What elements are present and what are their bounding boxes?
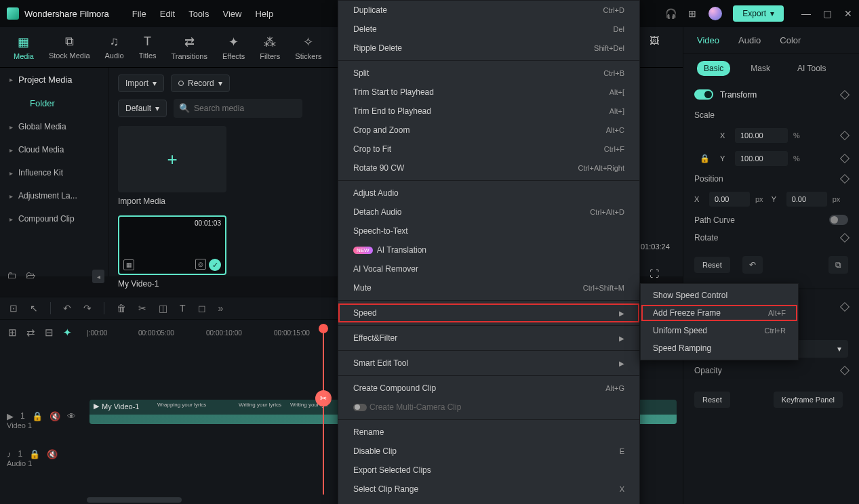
mute-icon[interactable]: 🔇 — [49, 411, 60, 421]
menu-rename[interactable]: Rename — [338, 423, 639, 442]
search-input[interactable] — [174, 99, 302, 118]
nav-stickers[interactable]: ✧Stickers — [295, 35, 321, 60]
menu-file[interactable]: File — [132, 9, 146, 19]
keyframe-icon[interactable] — [840, 366, 850, 375]
sidebar-adjustment[interactable]: ▸Adjustment La... — [0, 184, 108, 207]
import-dropdown[interactable]: Import▾ — [118, 75, 164, 92]
playhead-cut-icon[interactable]: ✂ — [315, 390, 332, 406]
export-button[interactable]: Export ▾ — [733, 5, 784, 22]
clip-tile[interactable]: 00:01:03 ▦ ◎ ✓ — [118, 215, 226, 275]
nav-filters[interactable]: ⁂Filters — [260, 35, 280, 60]
sidebar-influence-kit[interactable]: ▸Influence Kit — [0, 161, 108, 184]
scale-x-input[interactable] — [735, 128, 788, 143]
keyframe-icon[interactable] — [840, 301, 850, 311]
submenu-speed-ramping[interactable]: Speed Ramping — [641, 339, 798, 357]
image-icon[interactable]: 🖼 — [650, 35, 659, 46]
default-dropdown[interactable]: Default▾ — [118, 100, 167, 117]
scale-y-input[interactable] — [735, 151, 788, 166]
keyframe-panel-button[interactable]: Keyframe Panel — [774, 392, 843, 408]
nav-titles[interactable]: TTitles — [139, 35, 157, 60]
menu-crop-to-fit[interactable]: Crop to FitCtrl+F — [338, 140, 639, 159]
minimize-button[interactable]: — — [801, 8, 811, 19]
folder-up-icon[interactable]: 🗁 — [26, 270, 35, 280]
menu-locate-in-the-resource-panel[interactable]: Locate in the Resource Panel — [338, 499, 639, 504]
menu-mute[interactable]: MuteCtrl+Shift+M — [338, 278, 639, 297]
record-dropdown[interactable]: Record▾ — [171, 75, 230, 92]
tab-audio[interactable]: Audio — [738, 35, 761, 45]
menu-select-clip-range[interactable]: Select Clip RangeX — [338, 480, 639, 499]
auto-icon[interactable]: ✦ — [63, 327, 72, 339]
reset-button[interactable]: Reset — [694, 257, 730, 273]
menu-export-selected-clips[interactable]: Export Selected Clips — [338, 461, 639, 480]
menu-duplicate[interactable]: DuplicateCtrl+D — [338, 1, 639, 20]
ai-orb-icon[interactable] — [708, 7, 722, 20]
menu-detach-audio[interactable]: Detach AudioCtrl+Alt+D — [338, 203, 639, 222]
sidebar-compound[interactable]: ▸Compound Clip — [0, 207, 108, 230]
sidebar-folder[interactable]: Folder — [0, 91, 108, 115]
nav-effects[interactable]: ✦Effects — [222, 35, 245, 60]
sidebar-cloud-media[interactable]: ▸Cloud Media — [0, 138, 108, 161]
redo-icon[interactable]: ↷ — [83, 303, 92, 314]
cursor-icon[interactable]: ↖ — [30, 303, 38, 314]
submenu-show-speed-control[interactable]: Show Speed Control — [641, 287, 798, 304]
submenu-uniform-speed[interactable]: Uniform SpeedCtrl+R — [641, 322, 798, 339]
keyframe-icon[interactable] — [840, 131, 850, 140]
subtab-basic[interactable]: Basic — [697, 61, 730, 76]
sidebar-global-media[interactable]: ▸Global Media — [0, 115, 108, 138]
nav-audio[interactable]: ♫Audio — [105, 35, 124, 60]
keyframe-icon[interactable] — [840, 174, 850, 184]
folder-add-icon[interactable]: 🗀 — [7, 270, 16, 280]
mute-icon[interactable]: 🔇 — [47, 449, 58, 459]
pos-y-input[interactable] — [786, 192, 827, 207]
nav-transitions[interactable]: ⇄Transitions — [172, 35, 207, 60]
menu-create-compound-clip[interactable]: Create Compound ClipAlt+G — [338, 379, 639, 398]
menu-crop-and-zoom[interactable]: Crop and ZoomAlt+C — [338, 121, 639, 140]
import-media-tile[interactable]: + — [118, 126, 226, 192]
link-icon[interactable]: ⇄ — [26, 327, 35, 339]
menu-ripple-delete[interactable]: Ripple DeleteShift+Del — [338, 39, 639, 58]
headphones-icon[interactable]: 🎧 — [665, 8, 676, 19]
menu-speed[interactable]: Speed▶ — [338, 303, 639, 322]
lock-icon[interactable]: 🔒 — [32, 411, 43, 421]
reset-button[interactable]: Reset — [694, 392, 730, 408]
subtab-mask[interactable]: Mask — [744, 61, 777, 76]
menu-ai-translation[interactable]: NEWAI Translation — [338, 240, 639, 259]
menu-disable-clip[interactable]: Disable ClipE — [338, 442, 639, 461]
submenu-add-freeze-frame[interactable]: Add Freeze FrameAlt+F — [641, 304, 798, 322]
menu-smart-edit-tool[interactable]: Smart Edit Tool▶ — [338, 354, 639, 373]
menu-trim-start-to-playhead[interactable]: Trim Start to PlayheadAlt+[ — [338, 83, 639, 102]
transform-toggle[interactable] — [694, 89, 713, 100]
marker-icon[interactable]: ◻ — [198, 303, 206, 314]
close-button[interactable]: ✕ — [844, 8, 852, 19]
keyframe-icon[interactable] — [840, 89, 850, 99]
magnet-icon[interactable]: ⊡ — [9, 303, 18, 314]
fullscreen-icon[interactable]: ⛶ — [650, 268, 659, 279]
menu-ai-vocal-remover[interactable]: AI Vocal Remover — [338, 259, 639, 278]
menu-tools[interactable]: Tools — [188, 9, 209, 19]
menu-view[interactable]: View — [222, 9, 241, 19]
link-icon[interactable]: 🔒 — [694, 154, 715, 163]
undo-icon[interactable]: ↶ — [742, 256, 763, 274]
text-icon[interactable]: T — [180, 303, 186, 314]
menu-effect-filter[interactable]: Effect&Filter▶ — [338, 329, 639, 348]
menu-trim-end-to-playhead[interactable]: Trim End to PlayheadAlt+] — [338, 102, 639, 121]
menu-split[interactable]: SplitCtrl+B — [338, 64, 639, 83]
add-track-icon[interactable]: ⊞ — [8, 327, 17, 339]
pos-x-input[interactable] — [709, 192, 750, 207]
collapse-sidebar[interactable]: ◂ — [92, 270, 104, 283]
sidebar-header[interactable]: ▸Project Media — [0, 68, 108, 91]
undo-icon[interactable]: ↶ — [63, 303, 71, 314]
menu-speech-to-text[interactable]: Speech-to-Text — [338, 222, 639, 240]
keyframe-icon[interactable] — [840, 233, 850, 243]
more-icon[interactable]: » — [218, 303, 224, 314]
keyframe-icon[interactable] — [840, 154, 850, 163]
nav-stock-media[interactable]: ⧉Stock Media — [49, 35, 90, 60]
delete-icon[interactable]: 🗑 — [117, 303, 126, 314]
menu-rotate-cw[interactable]: Rotate 90 CWCtrl+Alt+Right — [338, 159, 639, 177]
menu-edit[interactable]: Edit — [160, 9, 175, 19]
maximize-button[interactable]: ▢ — [823, 8, 832, 19]
copy-icon[interactable]: ⧉ — [828, 256, 848, 274]
menu-help[interactable]: Help — [255, 9, 273, 19]
crop-icon[interactable]: ◫ — [159, 303, 167, 314]
group-icon[interactable]: ⊟ — [45, 327, 54, 339]
